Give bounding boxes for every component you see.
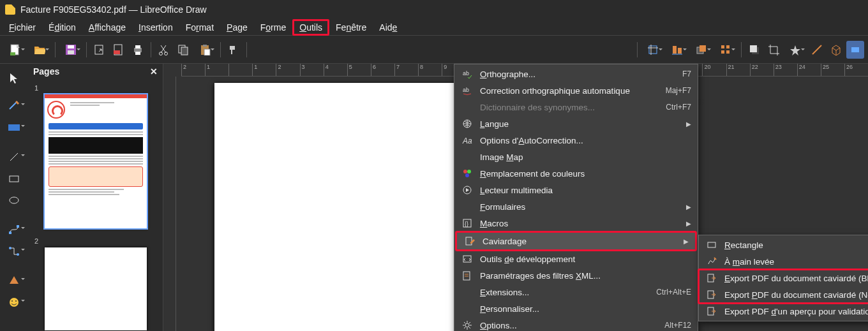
page-thumb-1[interactable]: 1 xyxy=(32,83,159,228)
cut-button[interactable] xyxy=(155,41,173,59)
svg-text:{}: {} xyxy=(465,221,468,227)
pointer-tool[interactable] xyxy=(4,68,24,88)
copy-button[interactable] xyxy=(174,41,192,59)
ellipse-tool[interactable] xyxy=(4,190,24,210)
caviardage-submenu: RectangleÀ main levéeExport PDF du docum… xyxy=(698,235,868,321)
print-button[interactable] xyxy=(129,41,147,59)
connector-tool[interactable] xyxy=(1,241,27,261)
curve-tool[interactable] xyxy=(1,219,27,240)
export-button[interactable] xyxy=(91,41,108,59)
menu-fichier[interactable]: Fichier xyxy=(3,20,42,34)
freehand-icon xyxy=(705,256,718,267)
blank-icon xyxy=(461,303,474,314)
fill-color-tool[interactable] xyxy=(1,117,27,138)
menu-outils[interactable]: Outils xyxy=(292,19,329,36)
svg-rect-3 xyxy=(68,45,74,48)
submenu-arrow-icon: ▶ xyxy=(684,238,689,245)
menu-item[interactable]: Langue▶ xyxy=(454,115,698,132)
macro-icon: {} xyxy=(461,217,474,229)
shortcut: F7 xyxy=(682,70,691,78)
menu-format[interactable]: Format xyxy=(179,20,220,34)
menu-item-label: Langue xyxy=(480,119,681,129)
arrange-button[interactable] xyxy=(690,41,713,59)
new-doc-button[interactable] xyxy=(4,41,27,59)
clone-format-button[interactable] xyxy=(225,41,243,59)
svg-point-37 xyxy=(17,253,19,256)
line-tool[interactable] xyxy=(1,147,27,167)
paste-button[interactable] xyxy=(193,41,216,59)
canvas-area[interactable]: 2112345678910111213141516171819202122232… xyxy=(163,64,868,331)
menu-item[interactable]: Extensions...Ctrl+Alt+E xyxy=(454,284,698,300)
extrusion-button[interactable] xyxy=(827,41,845,59)
svg-point-46 xyxy=(467,170,471,173)
menu-item[interactable]: Caviardage▶ xyxy=(457,233,695,249)
page-thumb-2[interactable]: 2 xyxy=(32,236,159,330)
menu-affichage[interactable]: Affichage xyxy=(82,20,132,34)
svg-point-39 xyxy=(11,300,13,302)
menu-aide[interactable]: Aide xyxy=(373,20,403,34)
menu-item[interactable]: Outils de développement xyxy=(454,251,698,267)
open-button[interactable] xyxy=(28,41,51,59)
menu-item[interactable]: Paramétrages des filtres XML... xyxy=(454,267,698,284)
menu-édition[interactable]: Édition xyxy=(42,20,82,34)
menu-item-label: Extensions... xyxy=(480,288,651,297)
crop-image-button[interactable] xyxy=(765,41,782,59)
submenu-item[interactable]: Export PDF d'un aperçu pour validation xyxy=(699,303,868,320)
svg-point-38 xyxy=(10,298,19,307)
line-color-tool[interactable] xyxy=(1,96,27,116)
outils-menu: abOrthographe...F7abCorrection orthograp… xyxy=(454,64,698,331)
menu-forme[interactable]: Forme xyxy=(254,20,292,34)
line-button[interactable] xyxy=(808,41,826,59)
toolbar-main xyxy=(0,36,868,64)
close-icon[interactable]: ✕ xyxy=(150,66,158,77)
menu-item[interactable]: Remplacement de couleurs xyxy=(454,165,698,182)
ab-check-icon: ab xyxy=(461,68,474,80)
menu-item[interactable]: abOrthographe...F7 xyxy=(454,66,698,82)
submenu-item[interactable]: À main levée xyxy=(699,253,868,270)
rectangle-tool[interactable] xyxy=(4,168,24,189)
submenu-item[interactable]: Export PDF du document caviardé (Blanc) xyxy=(699,270,868,286)
menu-item[interactable]: Image Map xyxy=(454,149,698,165)
menu-item-label: Image Map xyxy=(480,152,691,162)
menu-item-label: Caviardage xyxy=(483,237,678,246)
menu-item[interactable]: abCorrection orthographique automatiqueM… xyxy=(454,82,698,99)
globe-icon xyxy=(461,118,474,129)
svg-rect-21 xyxy=(678,48,682,54)
basic-shapes-tool[interactable] xyxy=(1,270,27,291)
menu-page[interactable]: Page xyxy=(220,20,254,34)
svg-point-54 xyxy=(465,323,469,327)
svg-rect-55 xyxy=(708,242,715,247)
align-button[interactable] xyxy=(666,41,689,59)
crop-button[interactable] xyxy=(641,41,664,59)
menu-fenêtre[interactable]: Fenêtre xyxy=(329,20,373,34)
menu-item[interactable]: Options...Alt+F12 xyxy=(454,317,698,331)
blank-icon xyxy=(461,101,474,113)
menu-item[interactable]: AaOptions d'AutoCorrection... xyxy=(454,132,698,149)
submenu-item-label: Export PDF du document caviardé (Noir) xyxy=(724,290,868,300)
document-icon xyxy=(5,4,15,15)
svg-point-36 xyxy=(9,247,11,249)
svg-rect-32 xyxy=(10,176,19,182)
distribute-button[interactable] xyxy=(714,41,737,59)
Aa-icon: Aa xyxy=(461,135,474,146)
menu-item: Dictionnaire des synonymes...Ctrl+F7 xyxy=(454,99,698,115)
svg-rect-25 xyxy=(726,45,730,48)
menu-item[interactable]: Formulaires▶ xyxy=(454,198,698,215)
submenu-item-label: À main levée xyxy=(724,257,868,267)
redaction-tool-button[interactable] xyxy=(846,41,864,59)
svg-rect-1 xyxy=(10,52,15,55)
menu-insertion[interactable]: Insertion xyxy=(132,20,179,34)
menu-item[interactable]: {}Macros▶ xyxy=(454,215,698,232)
submenu-item[interactable]: Export PDF du document caviardé (Noir) xyxy=(699,286,868,303)
save-button[interactable] xyxy=(59,41,82,59)
export-pdf-button[interactable] xyxy=(110,41,128,59)
export-icon xyxy=(705,272,718,284)
filter-button[interactable] xyxy=(784,41,807,59)
svg-rect-16 xyxy=(203,45,207,47)
menu-item-label: Dictionnaire des synonymes... xyxy=(480,103,661,112)
shadow-button[interactable] xyxy=(745,41,763,59)
submenu-item[interactable]: Rectangle xyxy=(699,237,868,253)
menu-item[interactable]: Lecteur multimedia xyxy=(454,182,698,198)
menu-item[interactable]: Personnaliser... xyxy=(454,300,698,317)
symbol-shapes-tool[interactable] xyxy=(1,292,27,313)
